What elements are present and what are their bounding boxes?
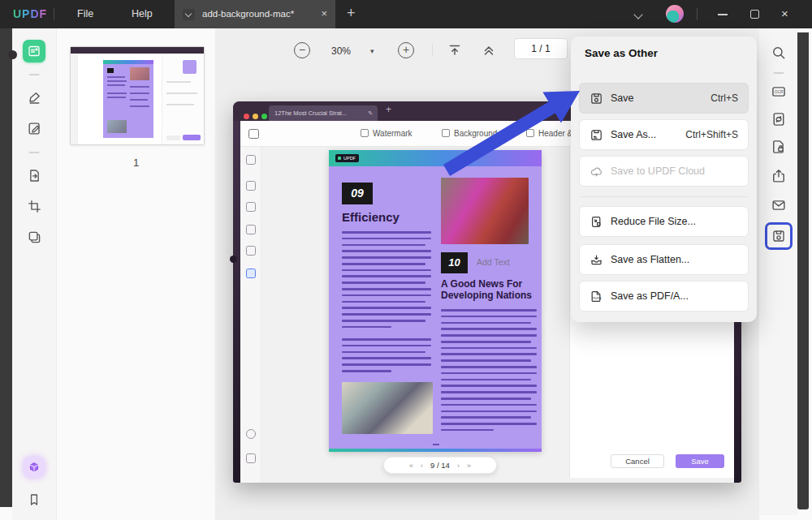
window-minimize-button[interactable] bbox=[718, 14, 728, 15]
mail-icon bbox=[771, 197, 787, 213]
page-arrow-icon bbox=[27, 168, 42, 183]
save-panel-divider bbox=[581, 196, 747, 197]
close-traffic-light bbox=[244, 114, 249, 119]
ai-assistant-button[interactable] bbox=[24, 457, 45, 478]
nested-window-left-frame bbox=[233, 101, 240, 483]
menu-item-save[interactable]: Save Ctrl+S bbox=[579, 83, 749, 114]
nested-page-indicator: 9 / 14 bbox=[430, 461, 450, 470]
zoom-out-button[interactable]: − bbox=[294, 42, 310, 58]
prev-page-icon: ‹ bbox=[421, 462, 423, 470]
svg-text:OCR: OCR bbox=[774, 90, 783, 94]
thumbnail-purple-page bbox=[103, 60, 153, 138]
thumbnail-page-number: 1 bbox=[57, 157, 215, 169]
menu-item-save-as[interactable]: Save As... Ctrl+Shift+S bbox=[579, 119, 749, 150]
zoom-caret-down-icon[interactable]: ▾ bbox=[370, 47, 374, 55]
nested-mini-sidebar bbox=[240, 147, 261, 483]
zoom-in-button[interactable]: + bbox=[398, 42, 414, 58]
heading-good-news: A Good News For Developing Nations bbox=[441, 278, 537, 302]
convert-button[interactable] bbox=[769, 110, 788, 129]
menu-item-save-as-pdfa[interactable]: PDF/A Save as PDF/A... bbox=[579, 281, 749, 312]
comment-tool-button[interactable] bbox=[24, 87, 45, 108]
titlebar: UPDF File Help add-background-mac* × + × bbox=[0, 0, 812, 28]
menu-file[interactable]: File bbox=[77, 0, 93, 28]
next-page-icon: › bbox=[457, 462, 460, 470]
tab-close-icon[interactable]: × bbox=[321, 0, 327, 28]
ai-cube-icon bbox=[28, 461, 41, 474]
new-tab-button[interactable]: + bbox=[347, 0, 356, 28]
page-header-gradient: UPDF bbox=[329, 150, 542, 166]
save-icon bbox=[590, 92, 603, 105]
zoom-level: 30% bbox=[331, 45, 351, 57]
save-panel-title: Save as Other bbox=[585, 47, 658, 59]
menu-help[interactable]: Help bbox=[132, 0, 153, 28]
flatten-icon bbox=[590, 253, 603, 267]
nested-header-footer-button: Header & bbox=[526, 121, 572, 147]
panel-collapse-handle[interactable] bbox=[8, 50, 17, 59]
bookmark-button[interactable] bbox=[24, 489, 45, 510]
page-number-mark bbox=[433, 444, 439, 446]
page-tools-button[interactable] bbox=[24, 226, 45, 247]
nested-save-button: Save bbox=[676, 454, 724, 468]
reader-view-button[interactable] bbox=[23, 40, 45, 62]
arrow-to-top-icon bbox=[447, 42, 463, 58]
updf-app-window: UPDF File Help add-background-mac* × + × bbox=[0, 0, 812, 520]
last-page-icon: » bbox=[467, 462, 471, 470]
viewer-toolbar-divider bbox=[432, 44, 433, 57]
tab-chevron-down-icon[interactable] bbox=[183, 9, 195, 20]
titlebar-divider-2 bbox=[697, 8, 698, 20]
crop-icon bbox=[27, 199, 42, 214]
protect-button[interactable] bbox=[769, 137, 788, 157]
mini-background-tool-icon bbox=[246, 269, 256, 278]
mini-organize-icon bbox=[246, 225, 256, 234]
toolbar-divider bbox=[29, 152, 40, 153]
email-button[interactable] bbox=[769, 196, 788, 215]
photo-two-women bbox=[441, 178, 529, 244]
nested-new-tab-icon: + bbox=[386, 104, 391, 115]
nested-document-tab: 12The Most Crucial Strat... ✎ bbox=[269, 105, 378, 121]
toolbar-divider bbox=[773, 72, 784, 74]
window-maximize-button[interactable] bbox=[750, 10, 759, 19]
menu-item-save-to-updf-cloud: Save to UPDF Cloud bbox=[579, 156, 749, 187]
organize-pages-button[interactable] bbox=[24, 165, 45, 186]
svg-text:PDF/A: PDF/A bbox=[593, 297, 602, 300]
ocr-icon: OCR bbox=[771, 84, 787, 100]
mini-crop-icon bbox=[246, 246, 256, 256]
menu-item-reduce-file-size[interactable]: Reduce File Size... bbox=[579, 206, 749, 237]
page-1-thumbnail[interactable] bbox=[70, 46, 205, 145]
search-button[interactable] bbox=[769, 43, 788, 62]
scroll-to-top-button[interactable] bbox=[447, 42, 463, 62]
double-chevron-up-icon bbox=[481, 42, 497, 58]
thumbnail-window-sidebar bbox=[71, 54, 78, 144]
page-footer-gradient bbox=[329, 449, 542, 452]
purple-magazine-page: UPDF 09 Efficiency 10 Add Text A Good Ne… bbox=[329, 150, 542, 452]
right-toolbar: OCR bbox=[759, 28, 797, 515]
crop-tool-button[interactable] bbox=[24, 196, 45, 217]
window-close-button[interactable]: × bbox=[781, 0, 788, 28]
edit-tool-button[interactable] bbox=[24, 118, 45, 139]
save-as-other-button-selected[interactable] bbox=[765, 222, 793, 250]
save-as-other-panel: Save as Other Save Ctrl+S Save As... Ctr… bbox=[571, 37, 757, 322]
collapse-toolbar-button[interactable] bbox=[481, 42, 497, 62]
nested-collapse-handle bbox=[230, 256, 237, 263]
tab-title: add-background-mac* bbox=[202, 0, 294, 28]
nested-page-navigator: « ‹ 9 / 14 › » bbox=[383, 457, 497, 474]
account-chevron-down-icon[interactable] bbox=[633, 10, 642, 19]
thumbnail-properties-panel bbox=[162, 54, 204, 144]
document-tab[interactable]: add-background-mac* × bbox=[175, 0, 335, 28]
user-avatar[interactable] bbox=[666, 5, 684, 23]
left-column-text-2 bbox=[342, 338, 431, 376]
nested-background-button: Background bbox=[442, 121, 497, 147]
nested-tab-title: 12The Most Crucial Strat... bbox=[274, 110, 347, 117]
nested-watermark-button: Watermark bbox=[361, 121, 412, 147]
convert-icon bbox=[771, 111, 787, 127]
left-toolbar bbox=[12, 28, 57, 520]
photo-laptops-desk bbox=[342, 382, 433, 434]
share-button[interactable] bbox=[769, 166, 788, 186]
mini-globe-icon bbox=[246, 429, 256, 439]
mini-bookmark-icon bbox=[246, 453, 256, 463]
reader-view-icon bbox=[27, 44, 41, 58]
ocr-button[interactable]: OCR bbox=[769, 82, 788, 101]
page-indicator-box[interactable]: 1 / 1 bbox=[514, 38, 568, 59]
save-as-icon bbox=[590, 128, 603, 142]
menu-item-save-as-flatten[interactable]: Save as Flatten... bbox=[579, 244, 749, 275]
